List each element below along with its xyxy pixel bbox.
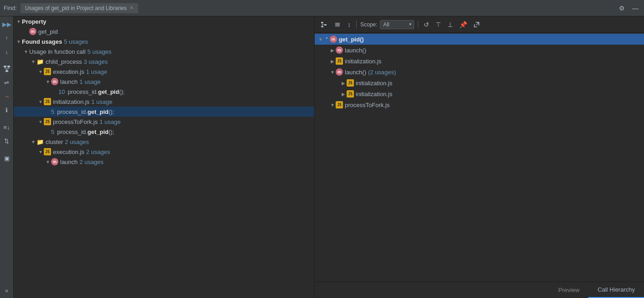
- arrow-right-init-2: [340, 81, 347, 86]
- tree-row-property[interactable]: Property: [14, 16, 314, 26]
- js-icon-init-1: JS: [44, 98, 51, 105]
- top-bar: Find: Usages of get_pid in Project and L…: [0, 0, 644, 16]
- sidebar-panel[interactable]: ▣: [1, 152, 13, 164]
- count-right-launch-2: (2 usages): [368, 69, 396, 76]
- main-area: ▶▶ ↑ ↓ ⇌ → ℹ ≡↓ ⇅ ▣ » Property: [0, 16, 644, 298]
- sidebar-jump[interactable]: →: [1, 90, 13, 102]
- arrow-property: [16, 19, 22, 24]
- scope-label: Scope:: [360, 21, 377, 28]
- folder-icon-child-process: 📁: [36, 58, 44, 65]
- export-button[interactable]: [472, 21, 482, 29]
- js-icon-right-init-2: JS: [347, 79, 354, 87]
- sort-alpha-button[interactable]: ↕: [346, 20, 353, 29]
- code-5-after: ();: [109, 108, 114, 115]
- tab-call-hierarchy[interactable]: Call Hierarchy: [588, 282, 644, 298]
- tab-preview[interactable]: Preview: [549, 282, 588, 298]
- method-icon-launch-2: m: [51, 158, 58, 165]
- label-right-init-1: initialization.js: [345, 58, 381, 65]
- tree-row-line5b[interactable]: 5 process_id.get_pid();: [14, 127, 314, 137]
- label-launch-2: launch: [60, 159, 78, 165]
- left-tree-panel: Property m get_pid Found usages 5 usages…: [14, 16, 315, 298]
- tree-row-execution-js-1[interactable]: JS execution.js 1 usage: [14, 67, 314, 77]
- tree-row-line10[interactable]: 10 process_id.get_pid();: [14, 87, 314, 97]
- code-5-normal: process_id.: [57, 108, 87, 115]
- tree-row-init-js-1[interactable]: JS initialization.js 1 usage: [14, 97, 314, 107]
- hierarchy-view-button[interactable]: [318, 20, 329, 29]
- tree-row-execution-js-2[interactable]: JS execution.js 2 usages: [14, 147, 314, 157]
- tree-row-processToFork-js-1[interactable]: JS processToFork.js 1 usage: [14, 117, 314, 127]
- code-10-after: ();: [119, 88, 125, 95]
- label-found-usages: Found usages: [22, 38, 62, 45]
- right-tree-row-launch-2usages[interactable]: m launch() (2 usages): [315, 67, 644, 77]
- right-tree-row-init-js-right-2[interactable]: JS initialization.js: [315, 77, 644, 88]
- linenum-10: 10: [58, 88, 65, 95]
- arrow-child-process: [30, 59, 36, 64]
- scope-wrapper[interactable]: All Project Libraries: [380, 20, 414, 29]
- collapse-all-button[interactable]: ⊥: [446, 20, 455, 29]
- count-usage-function: 5 usages: [88, 48, 112, 55]
- method-icon-right-launch-1: m: [336, 46, 343, 54]
- sidebar-sort[interactable]: ≡↓: [1, 121, 13, 133]
- sidebar-play-forward[interactable]: ▶▶: [1, 18, 13, 30]
- sidebar-expand[interactable]: »: [1, 284, 13, 296]
- scope-select[interactable]: All Project Libraries: [380, 20, 414, 29]
- svg-rect-7: [321, 22, 323, 23]
- arrow-right-processToFork: [329, 103, 336, 108]
- label-init-js-1: initialization.js: [53, 98, 89, 105]
- right-tree-row-get-pid[interactable]: * m get_pid(): [315, 34, 644, 45]
- label-get-pid: get_pid: [38, 28, 58, 35]
- right-tree-row-launch-1[interactable]: m launch(): [315, 45, 644, 56]
- label-launch-1: launch: [60, 78, 78, 85]
- svg-rect-8: [324, 24, 327, 26]
- arrow-execution-js-1: [37, 69, 44, 74]
- label-cluster: cluster: [46, 139, 63, 145]
- sidebar-arrow-up[interactable]: ↑: [1, 32, 13, 44]
- tree-row-found-usages[interactable]: Found usages 5 usages: [14, 36, 314, 46]
- sidebar-navigate[interactable]: ⇌: [1, 77, 13, 88]
- tree-row-get-pid[interactable]: m get_pid: [14, 26, 314, 36]
- settings-button[interactable]: ⚙: [617, 4, 627, 13]
- tree-row-cluster[interactable]: 📁 cluster 2 usages: [14, 137, 314, 147]
- arrow-launch-1: [45, 79, 51, 84]
- js-icon-right-init-3: JS: [347, 90, 354, 98]
- minimize-button[interactable]: —: [630, 4, 640, 13]
- toolbar-sep-1: [356, 21, 357, 29]
- label-usage-function: Usage in function call: [29, 48, 86, 55]
- right-tree-row-init-js-right-3[interactable]: JS initialization.js: [315, 88, 644, 99]
- arrow-right-get-pid: [317, 37, 324, 42]
- arrow-cluster: [30, 139, 36, 144]
- method-icon-get-pid: m: [29, 28, 36, 35]
- svg-rect-1: [7, 66, 10, 67]
- label-right-init-3: initialization.js: [356, 91, 392, 98]
- right-tree-row-init-js-right-1[interactable]: JS initialization.js: [315, 56, 644, 67]
- js-icon-execution-2: JS: [44, 148, 51, 155]
- right-tree-row-processToFork-right[interactable]: JS processToFork.js: [315, 99, 644, 110]
- sidebar-info[interactable]: ℹ: [1, 104, 13, 116]
- count-processToFork-js-1: 1 usage: [99, 118, 120, 125]
- expand-all-button[interactable]: ⊤: [434, 20, 443, 29]
- flatten-button[interactable]: [332, 20, 343, 29]
- code-10-normal: process_id.: [68, 88, 98, 95]
- svg-rect-0: [4, 66, 6, 67]
- code-5-bold: get_pid: [88, 108, 109, 115]
- right-bottom-tabs: Preview Call Hierarchy: [315, 282, 644, 298]
- sidebar-hierarchy[interactable]: [1, 63, 13, 75]
- sidebar-sort2[interactable]: ⇅: [1, 135, 13, 147]
- tab-close-icon[interactable]: ✕: [130, 5, 134, 10]
- label-execution-js-2: execution.js: [53, 149, 84, 155]
- svg-rect-2: [5, 70, 8, 72]
- find-label: Find:: [4, 5, 17, 11]
- pin-button[interactable]: 📌: [457, 20, 469, 29]
- method-icon-launch-1: m: [51, 78, 58, 85]
- tree-row-line5[interactable]: 5 process_id.get_pid();: [14, 107, 314, 117]
- refresh-button[interactable]: ↺: [422, 20, 431, 29]
- tree-row-launch-1[interactable]: m launch 1 usage: [14, 77, 314, 87]
- sidebar-arrow-down[interactable]: ↓: [1, 46, 13, 57]
- js-icon-right-processToFork: JS: [336, 101, 343, 108]
- tree-row-child-process[interactable]: 📁 child_process 3 usages: [14, 57, 314, 67]
- find-tab[interactable]: Usages of get_pid in Project and Librari…: [21, 3, 138, 13]
- count-cluster: 2 usages: [65, 139, 89, 145]
- right-panel: ↕ Scope: All Project Libraries ↺ ⊤ ⊥ 📌: [315, 16, 644, 298]
- tree-row-launch-2[interactable]: m launch 2 usages: [14, 157, 314, 167]
- tree-row-usage-function[interactable]: Usage in function call 5 usages: [14, 46, 314, 57]
